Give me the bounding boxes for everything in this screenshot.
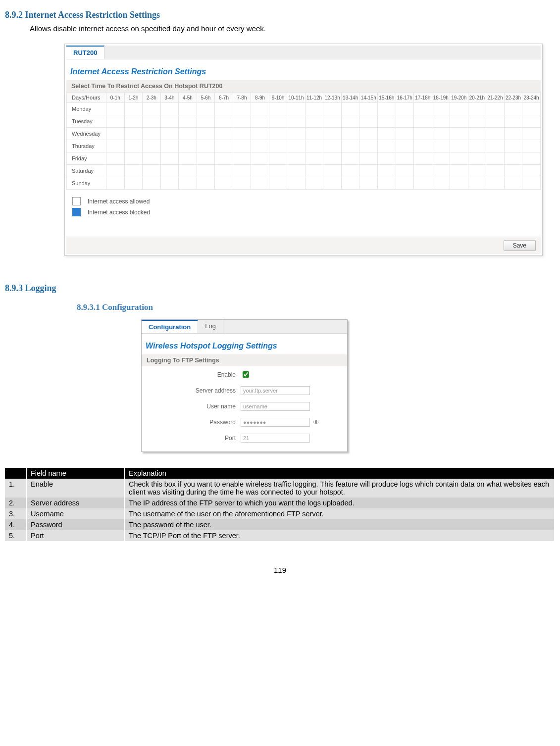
- schedule-cell[interactable]: [504, 177, 522, 190]
- schedule-cell[interactable]: [468, 128, 486, 140]
- schedule-cell[interactable]: [486, 152, 505, 165]
- schedule-cell[interactable]: [269, 140, 287, 152]
- schedule-cell[interactable]: [504, 165, 522, 177]
- schedule-cell[interactable]: [414, 140, 432, 152]
- schedule-cell[interactable]: [486, 140, 505, 152]
- schedule-cell[interactable]: [359, 152, 378, 165]
- eye-icon[interactable]: 👁: [313, 419, 319, 426]
- schedule-cell[interactable]: [251, 103, 269, 115]
- schedule-cell[interactable]: [143, 165, 161, 177]
- schedule-cell[interactable]: [359, 128, 378, 140]
- schedule-cell[interactable]: [377, 165, 396, 177]
- schedule-cell[interactable]: [305, 115, 323, 128]
- schedule-cell[interactable]: [179, 165, 197, 177]
- schedule-cell[interactable]: [414, 165, 432, 177]
- schedule-cell[interactable]: [179, 177, 197, 190]
- schedule-cell[interactable]: [124, 115, 143, 128]
- input-port[interactable]: [241, 434, 310, 443]
- schedule-cell[interactable]: [160, 140, 179, 152]
- schedule-cell[interactable]: [468, 152, 486, 165]
- schedule-cell[interactable]: [359, 103, 378, 115]
- schedule-cell[interactable]: [305, 140, 323, 152]
- schedule-cell[interactable]: [432, 177, 450, 190]
- schedule-cell[interactable]: [233, 177, 251, 190]
- schedule-cell[interactable]: [124, 177, 143, 190]
- schedule-cell[interactable]: [377, 177, 396, 190]
- schedule-cell[interactable]: [287, 177, 305, 190]
- schedule-cell[interactable]: [396, 103, 414, 115]
- schedule-cell[interactable]: [414, 177, 432, 190]
- schedule-cell[interactable]: [143, 103, 161, 115]
- schedule-cell[interactable]: [305, 152, 323, 165]
- schedule-cell[interactable]: [504, 152, 522, 165]
- schedule-cell[interactable]: [305, 177, 323, 190]
- schedule-cell[interactable]: [215, 152, 233, 165]
- schedule-cell[interactable]: [323, 103, 342, 115]
- schedule-cell[interactable]: [414, 152, 432, 165]
- schedule-cell[interactable]: [468, 115, 486, 128]
- schedule-cell[interactable]: [468, 103, 486, 115]
- schedule-cell[interactable]: [504, 128, 522, 140]
- schedule-cell[interactable]: [287, 128, 305, 140]
- schedule-cell[interactable]: [251, 128, 269, 140]
- schedule-cell[interactable]: [396, 128, 414, 140]
- schedule-cell[interactable]: [197, 152, 215, 165]
- schedule-cell[interactable]: [486, 115, 505, 128]
- schedule-cell[interactable]: [341, 128, 359, 140]
- schedule-cell[interactable]: [233, 152, 251, 165]
- schedule-cell[interactable]: [143, 128, 161, 140]
- schedule-cell[interactable]: [269, 152, 287, 165]
- schedule-cell[interactable]: [432, 115, 450, 128]
- schedule-cell[interactable]: [432, 128, 450, 140]
- schedule-cell[interactable]: [179, 115, 197, 128]
- schedule-cell[interactable]: [197, 115, 215, 128]
- schedule-cell[interactable]: [197, 103, 215, 115]
- schedule-cell[interactable]: [143, 140, 161, 152]
- schedule-cell[interactable]: [106, 165, 125, 177]
- save-button[interactable]: Save: [504, 240, 536, 251]
- schedule-cell[interactable]: [432, 152, 450, 165]
- schedule-cell[interactable]: [160, 165, 179, 177]
- schedule-cell[interactable]: [287, 140, 305, 152]
- schedule-cell[interactable]: [450, 115, 468, 128]
- schedule-cell[interactable]: [124, 152, 143, 165]
- input-password[interactable]: [241, 418, 310, 427]
- schedule-cell[interactable]: [522, 115, 541, 128]
- schedule-cell[interactable]: [106, 103, 125, 115]
- schedule-cell[interactable]: [215, 115, 233, 128]
- schedule-cell[interactable]: [432, 140, 450, 152]
- schedule-cell[interactable]: [233, 140, 251, 152]
- schedule-cell[interactable]: [396, 140, 414, 152]
- schedule-cell[interactable]: [323, 140, 342, 152]
- tab-rut200[interactable]: RUT200: [66, 46, 104, 59]
- schedule-cell[interactable]: [269, 115, 287, 128]
- schedule-cell[interactable]: [251, 140, 269, 152]
- schedule-cell[interactable]: [287, 152, 305, 165]
- schedule-cell[interactable]: [504, 103, 522, 115]
- input-user[interactable]: [241, 402, 310, 411]
- schedule-cell[interactable]: [269, 128, 287, 140]
- input-server[interactable]: [241, 386, 310, 395]
- schedule-cell[interactable]: [106, 128, 125, 140]
- schedule-cell[interactable]: [179, 152, 197, 165]
- schedule-cell[interactable]: [450, 128, 468, 140]
- schedule-cell[interactable]: [197, 177, 215, 190]
- schedule-cell[interactable]: [522, 165, 541, 177]
- schedule-cell[interactable]: [197, 128, 215, 140]
- checkbox-enable[interactable]: [243, 371, 249, 378]
- schedule-cell[interactable]: [233, 128, 251, 140]
- schedule-cell[interactable]: [486, 128, 505, 140]
- schedule-cell[interactable]: [432, 103, 450, 115]
- schedule-cell[interactable]: [522, 128, 541, 140]
- schedule-cell[interactable]: [179, 128, 197, 140]
- schedule-cell[interactable]: [179, 103, 197, 115]
- schedule-cell[interactable]: [468, 165, 486, 177]
- schedule-cell[interactable]: [323, 165, 342, 177]
- schedule-cell[interactable]: [160, 115, 179, 128]
- schedule-cell[interactable]: [143, 152, 161, 165]
- schedule-cell[interactable]: [359, 140, 378, 152]
- schedule-cell[interactable]: [160, 128, 179, 140]
- schedule-cell[interactable]: [341, 115, 359, 128]
- schedule-cell[interactable]: [233, 103, 251, 115]
- schedule-cell[interactable]: [269, 103, 287, 115]
